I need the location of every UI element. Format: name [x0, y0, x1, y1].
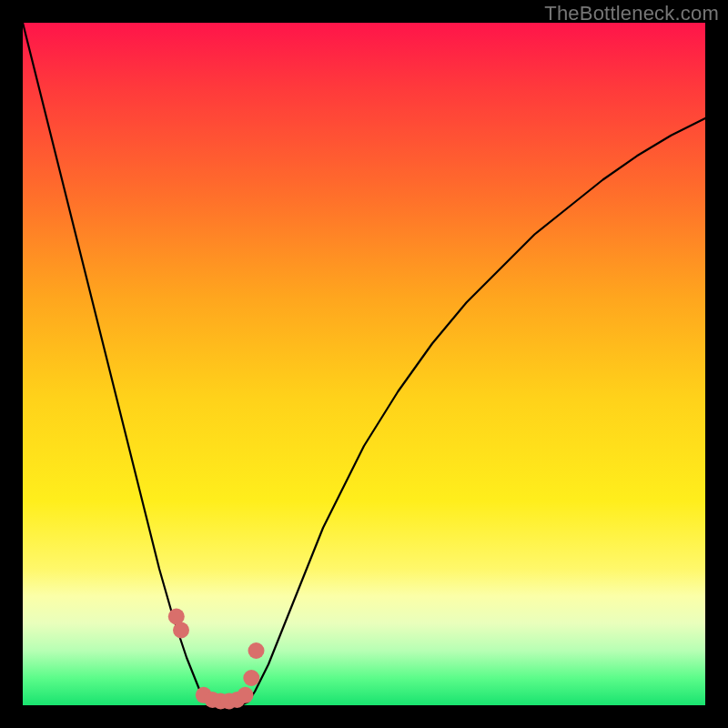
- data-marker: [248, 642, 265, 659]
- curve-layer: [23, 23, 705, 705]
- chart-frame: TheBottleneck.com: [0, 0, 728, 728]
- data-marker: [243, 670, 259, 686]
- bottleneck-curve: [23, 23, 705, 705]
- watermark-text: TheBottleneck.com: [544, 2, 719, 25]
- data-marker: [173, 622, 189, 639]
- data-marker: [238, 687, 254, 703]
